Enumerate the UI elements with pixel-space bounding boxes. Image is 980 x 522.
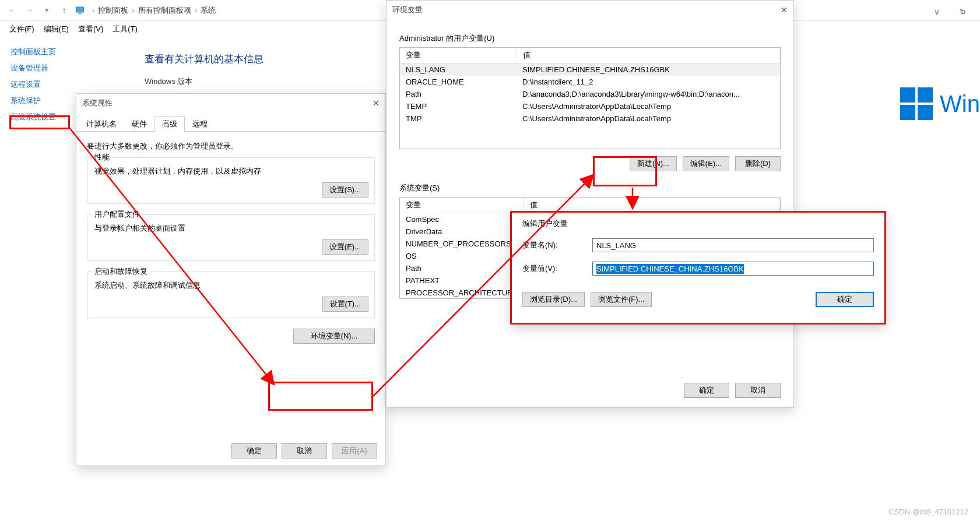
chevron-right-icon: › [132, 6, 134, 15]
sys-vars-label: 系统变量(S) [399, 183, 781, 193]
crumb-0[interactable]: 控制面板 [98, 5, 128, 16]
user-edit-button[interactable]: 编辑(E)... [683, 156, 729, 171]
watermark: CSDN @m0_47101212 [888, 507, 968, 516]
menu-view[interactable]: 查看(V) [75, 23, 107, 36]
group-user-profiles-title: 用户配置文件 [92, 209, 142, 220]
envdlg-cancel-button[interactable]: 取消 [735, 383, 781, 398]
col-variable[interactable]: 变量 [400, 48, 517, 64]
system-properties-dialog: 系统属性 ✕ 计算机名 硬件 高级 远程 要进行大多数更改，你必须作为管理员登录… [76, 93, 386, 466]
sysprops-ok-button[interactable]: 确定 [231, 443, 277, 458]
envdlg-ok-button[interactable]: 确定 [684, 383, 729, 398]
menu-tools[interactable]: 工具(T) [109, 23, 141, 36]
close-icon[interactable]: ✕ [373, 98, 380, 108]
nav-up-icon[interactable]: ↑ [57, 3, 71, 17]
refresh-icon[interactable]: ↻ [951, 5, 974, 19]
table-row[interactable]: TEMPC:\Users\Administrator\AppData\Local… [400, 100, 780, 112]
var-name: OS [400, 250, 524, 262]
table-row[interactable]: TMPC:\Users\Administrator\AppData\Local\… [400, 112, 780, 125]
var-name: TMP [400, 112, 517, 125]
sidebar-item-system-protection[interactable]: 系统保护 [10, 96, 75, 106]
var-value: SIMPLIFIED CHINESE_CHINA.ZHS16GBK [517, 64, 780, 76]
envdlg-titlebar[interactable]: 环境变量 ✕ [387, 1, 793, 19]
environment-variables-button[interactable]: 环境变量(N)... [293, 329, 375, 344]
user-profiles-settings-button[interactable]: 设置(E)... [322, 239, 368, 255]
environment-variables-dialog: 环境变量 ✕ Administrator 的用户变量(U) 变量 值 NLS_L… [386, 0, 794, 408]
admin-hint: 要进行大多数更改，你必须作为管理员登录。 [87, 141, 375, 151]
startup-settings-button[interactable]: 设置(T)... [322, 297, 368, 312]
envdlg-title: 环境变量 [392, 5, 423, 15]
crumb-2[interactable]: 系统 [201, 5, 216, 16]
nav-back-icon[interactable]: ← [5, 3, 19, 17]
close-icon[interactable]: ✕ [781, 5, 788, 15]
menu-edit[interactable]: 编辑(E) [40, 23, 72, 36]
tab-advanced[interactable]: 高级 [154, 116, 185, 132]
sidebar-item-advanced-settings[interactable]: 高级系统设置 [10, 112, 75, 122]
sysprops-titlebar[interactable]: 系统属性 ✕ [76, 94, 385, 112]
table-row[interactable]: NLS_LANGSIMPLIFIED CHINESE_CHINA.ZHS16GB… [400, 64, 780, 76]
user-delete-button[interactable]: 删除(D) [735, 156, 781, 171]
browse-file-button[interactable]: 浏览文件(F)... [591, 292, 652, 307]
sidebar-item-remote-settings[interactable]: 远程设置 [10, 79, 75, 90]
var-name: NUMBER_OF_PROCESSORS [400, 238, 524, 250]
sysprops-cancel-button[interactable]: 取消 [282, 443, 327, 458]
nav-forward-icon[interactable]: → [22, 3, 36, 17]
menu-file[interactable]: 文件(F) [6, 23, 38, 36]
search-dropdown-icon[interactable]: v [925, 5, 949, 19]
table-row[interactable]: ORACLE_HOMED:\instantclient_11_2 [400, 76, 780, 88]
var-value: C:\Users\Administrator\AppData\Local\Tem… [517, 100, 780, 112]
group-user-profiles-desc: 与登录帐户相关的桌面设置 [94, 223, 367, 234]
tab-hardware[interactable]: 硬件 [124, 116, 154, 132]
group-startup-desc: 系统启动、系统故障和调试信息 [94, 280, 367, 291]
var-name: PATHEXT [400, 274, 524, 287]
windows-logo: Win [900, 87, 980, 120]
var-name: Path [400, 88, 517, 100]
group-startup-title: 启动和故障恢复 [92, 266, 150, 277]
sysprops-tabs: 计算机名 硬件 高级 远程 [76, 116, 385, 132]
svg-rect-1 [78, 13, 82, 14]
group-startup-recovery: 启动和故障恢复 系统启动、系统故障和调试信息 设置(T)... [87, 271, 375, 318]
table-row[interactable]: PathD:\anaconda3;D:\anaconda3\Library\mi… [400, 88, 780, 100]
performance-settings-button[interactable]: 设置(S)... [322, 182, 368, 197]
control-panel-sidebar: 控制面板主页 设备管理器 远程设置 系统保护 高级系统设置 [10, 47, 75, 128]
nav-recent-icon[interactable]: ▾ [40, 3, 54, 17]
col-value[interactable]: 值 [517, 48, 780, 64]
sidebar-item-device-manager[interactable]: 设备管理器 [10, 63, 75, 73]
var-value-input[interactable]: SIMPLIFIED CHINESE_CHINA.ZHS16GBK [592, 262, 874, 276]
group-performance: 性能 视觉效果，处理器计划，内存使用，以及虚拟内存 设置(S)... [87, 157, 375, 204]
sysprops-apply-button[interactable]: 应用(A) [332, 443, 377, 458]
editdlg-ok-button[interactable]: 确定 [816, 292, 874, 307]
tab-remote[interactable]: 远程 [185, 116, 215, 132]
var-name: ComSpec [400, 213, 524, 226]
var-value-label: 变量值(V): [522, 263, 586, 274]
group-performance-title: 性能 [92, 152, 112, 163]
sidebar-title[interactable]: 控制面板主页 [10, 47, 75, 57]
var-name: Path [400, 262, 524, 274]
breadcrumb[interactable]: › 控制面板 › 所有控制面板项 › 系统 [92, 5, 216, 16]
svg-rect-0 [76, 7, 84, 12]
windows-edition-label: Windows 版本 [145, 76, 264, 87]
var-name-label: 变量名(N): [522, 240, 586, 251]
chevron-right-icon: › [195, 6, 197, 15]
user-vars-label: Administrator 的用户变量(U) [399, 33, 781, 44]
tab-computer-name[interactable]: 计算机名 [79, 116, 124, 132]
var-value: D:\instantclient_11_2 [517, 76, 780, 88]
system-info-panel: 查看有关计算机的基本信息 Windows 版本 [145, 52, 264, 87]
var-name-input[interactable]: NLS_LANG [592, 238, 874, 252]
col-variable[interactable]: 变量 [400, 197, 524, 213]
var-value: D:\anaconda3;D:\anaconda3\Library\mingw-… [517, 88, 780, 100]
group-performance-desc: 视觉效果，处理器计划，内存使用，以及虚拟内存 [94, 166, 367, 177]
var-name: NLS_LANG [400, 64, 517, 76]
browse-dir-button[interactable]: 浏览目录(D)... [522, 292, 585, 307]
windows-text: Win [940, 91, 980, 117]
var-name: PROCESSOR_ARCHITECTURE [400, 287, 524, 299]
chevron-right-icon: › [92, 6, 94, 15]
group-user-profiles: 用户配置文件 与登录帐户相关的桌面设置 设置(E)... [87, 214, 375, 261]
edit-user-variable-dialog: 编辑用户变量 变量名(N): NLS_LANG 变量值(V): SIMPLIFI… [510, 211, 886, 325]
crumb-1[interactable]: 所有控制面板项 [138, 5, 191, 16]
pc-icon [75, 5, 85, 16]
var-name: ORACLE_HOME [400, 76, 517, 88]
var-name: TEMP [400, 100, 517, 112]
user-vars-list[interactable]: 变量 值 NLS_LANGSIMPLIFIED CHINESE_CHINA.ZH… [399, 47, 781, 149]
user-new-button[interactable]: 新建(N)... [630, 156, 677, 171]
sysprops-title: 系统属性 [82, 98, 113, 108]
